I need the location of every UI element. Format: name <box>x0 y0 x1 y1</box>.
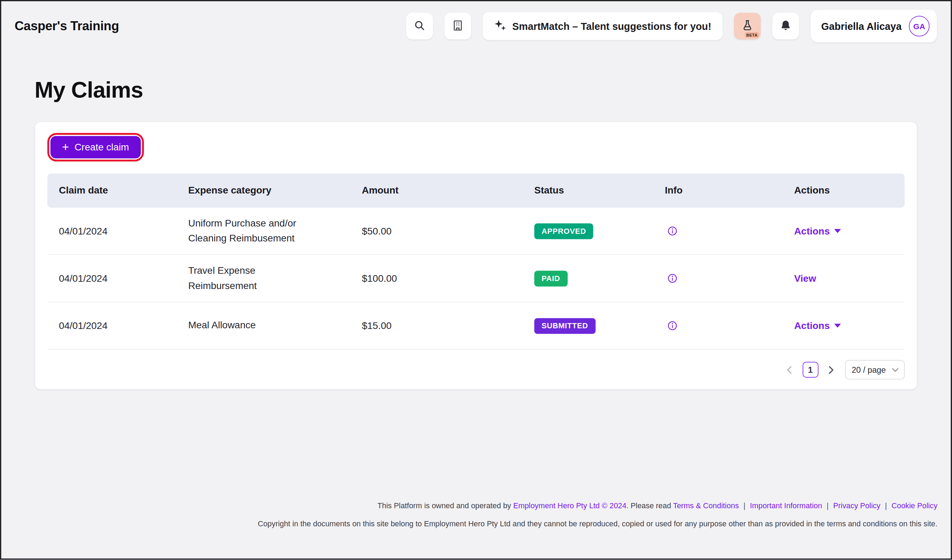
footer-separator: | <box>885 501 887 510</box>
column-header-amount: Amount <box>362 185 534 196</box>
claim-date-cell: 04/01/2024 <box>47 273 188 284</box>
footer-link-terms[interactable]: Terms & Conditions <box>673 501 739 510</box>
search-button[interactable] <box>406 13 433 40</box>
plus-icon: + <box>62 141 69 153</box>
pagination: 1 20 / page <box>47 360 904 380</box>
column-header-status: Status <box>535 185 665 196</box>
app-root: Casper's Training SmartMatch – Talent su… <box>0 0 952 560</box>
info-icon[interactable] <box>667 273 677 284</box>
labs-beta-button[interactable]: BETA <box>734 13 760 40</box>
create-claim-label: Create claim <box>74 142 129 153</box>
table-header-row: Claim date Expense category Amount Statu… <box>47 174 904 208</box>
page-title: My Claims <box>35 78 951 103</box>
table-row: 04/01/2024 Travel Expense Reimbursement … <box>47 255 904 302</box>
footer-link-important-information[interactable]: Important Information <box>750 501 822 510</box>
flask-icon <box>741 19 753 33</box>
footer-link-privacy-policy[interactable]: Privacy Policy <box>833 501 881 510</box>
footer-prefix: This Platform is owned and operated by <box>377 501 511 510</box>
claim-date-cell: 04/01/2024 <box>47 320 188 331</box>
chevron-down-icon <box>892 367 898 372</box>
expense-category-cell: Uniform Purchase and/or Cleaning Reimbus… <box>188 216 340 246</box>
row-view-link[interactable]: View <box>794 273 816 284</box>
building-icon <box>452 19 464 33</box>
page-footer: This Platform is owned and operated by E… <box>1 497 950 533</box>
column-header-expense-category: Expense category <box>188 185 362 196</box>
status-badge: SUBMITTED <box>535 318 595 333</box>
expense-category-cell: Meal Allowance <box>188 318 340 333</box>
footer-link-employment-hero[interactable]: Employment Hero Pty Ltd © 2024 <box>513 501 626 510</box>
row-action-label: Actions <box>794 225 830 236</box>
avatar: GA <box>909 15 929 36</box>
user-name: Gabriella Alicaya <box>821 20 902 32</box>
chevron-down-icon <box>834 229 841 233</box>
pagination-prev-button[interactable] <box>782 363 796 376</box>
brand-title: Casper's Training <box>15 19 119 33</box>
beta-badge: BETA <box>745 32 759 38</box>
chevron-down-icon <box>834 323 841 328</box>
footer-mid: . Please read <box>626 501 671 510</box>
column-header-actions: Actions <box>794 185 913 196</box>
search-icon <box>413 19 425 33</box>
create-claim-button[interactable]: + Create claim <box>50 136 141 159</box>
column-header-info: Info <box>665 185 794 196</box>
page-size-value: 20 / page <box>852 365 886 374</box>
status-badge: APPROVED <box>535 223 593 239</box>
notifications-button[interactable] <box>772 13 799 40</box>
amount-cell: $50.00 <box>362 225 534 236</box>
info-cell <box>665 273 794 284</box>
footer-separator: | <box>827 501 829 510</box>
chevron-left-icon <box>786 366 792 374</box>
row-actions-dropdown[interactable]: Actions <box>794 320 841 331</box>
footer-line-ownership: This Platform is owned and operated by E… <box>1 497 937 514</box>
table-row: 04/01/2024 Meal Allowance $15.00 SUBMITT… <box>47 302 904 349</box>
chevron-right-icon <box>829 366 835 374</box>
top-bar-actions: SmartMatch – Talent suggestions for you!… <box>406 10 937 42</box>
row-actions-dropdown[interactable]: Actions <box>794 225 841 236</box>
annotation-highlight-ring: + Create claim <box>47 133 144 162</box>
smartmatch-button[interactable]: SmartMatch – Talent suggestions for you! <box>482 12 722 40</box>
info-icon[interactable] <box>667 321 677 331</box>
pagination-page-button[interactable]: 1 <box>803 362 818 377</box>
footer-separator: | <box>743 501 746 510</box>
claim-date-cell: 04/01/2024 <box>47 225 188 236</box>
bell-icon <box>779 19 791 33</box>
info-icon[interactable] <box>667 226 677 236</box>
top-bar: Casper's Training SmartMatch – Talent su… <box>1 1 950 51</box>
sparkles-icon <box>493 19 506 34</box>
pagination-next-button[interactable] <box>825 363 838 376</box>
claims-table: Claim date Expense category Amount Statu… <box>47 174 904 350</box>
column-header-claim-date: Claim date <box>47 185 188 196</box>
row-action-label: Actions <box>794 320 830 331</box>
info-cell <box>665 226 794 236</box>
row-action-label: View <box>794 273 816 284</box>
claims-card: + Create claim Claim date Expense catego… <box>35 121 918 389</box>
page-size-select[interactable]: 20 / page <box>845 360 905 380</box>
status-badge: PAID <box>535 270 567 286</box>
expense-category-cell: Travel Expense Reimbursement <box>188 263 340 293</box>
smartmatch-label: SmartMatch – Talent suggestions for you! <box>512 20 711 32</box>
user-menu-button[interactable]: Gabriella Alicaya GA <box>810 10 937 42</box>
footer-link-cookie-policy[interactable]: Cookie Policy <box>892 501 937 510</box>
footer-line-copyright: Copyright in the documents on this site … <box>1 515 937 533</box>
amount-cell: $15.00 <box>362 320 534 331</box>
info-cell <box>665 321 794 331</box>
organisation-button[interactable] <box>444 13 471 40</box>
amount-cell: $100.00 <box>362 273 534 284</box>
table-row: 04/01/2024 Uniform Purchase and/or Clean… <box>47 208 904 255</box>
